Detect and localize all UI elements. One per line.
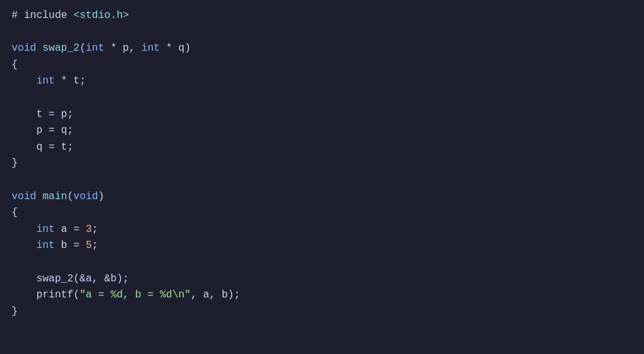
code-line: t = p; [12,107,632,123]
code-line: int * t; [12,73,632,90]
code-token: int [142,42,160,54]
code-token: ( [67,191,73,202]
code-line [12,24,632,41]
code-line: q = t; [12,139,632,156]
code-token: , a, b); [190,289,240,301]
code-line: swap_2(&a, &b); [12,271,632,288]
code-token: ; [92,240,98,251]
code-line: void swap_2(int * p, int * q) [12,40,632,57]
code-token: 3 [86,224,92,235]
code-token: } [12,306,18,317]
code-token: void [12,42,36,54]
code-token: printf( [12,289,80,301]
code-token: void [73,191,98,202]
code-token: ) [98,191,104,202]
code-token: a = [55,224,86,235]
code-token: { [12,207,18,218]
code-token: void [12,191,36,202]
code-token: swap_2(&a, &b); [12,273,129,285]
code-token [36,191,42,202]
code-line: int b = 5; [12,238,632,254]
code-token: main [42,191,67,202]
code-token: # [12,10,18,21]
code-token: } [12,157,18,169]
code-line: } [12,304,632,321]
code-token [12,224,36,235]
code-line [12,172,632,189]
code-line [12,254,632,271]
code-token: "a = %d, b = %d\n" [80,289,191,301]
code-line: p = q; [12,123,632,139]
code-token: int [36,75,55,87]
code-line: printf("a = %d, b = %d\n", a, b); [12,287,632,304]
code-token: * q) [160,42,190,54]
code-token [36,42,42,54]
code-token: int [86,42,104,54]
code-token: int [36,224,55,235]
code-editor: # include <stdio.h> void swap_2(int * p,… [12,8,632,320]
code-token: b = [55,240,86,251]
code-token: q = t; [12,141,73,153]
code-line: void main(void) [12,189,632,206]
code-line: { [12,205,632,222]
code-token [12,75,36,87]
code-token: t = p; [12,109,73,120]
code-token: ; [92,224,98,235]
code-token: * t; [55,75,86,87]
code-token [12,240,36,251]
code-token: p = q; [12,125,73,136]
code-line: # include <stdio.h> [12,8,632,24]
code-line [12,90,632,107]
code-token: 5 [86,240,92,251]
code-line: } [12,155,632,172]
code-line: int a = 3; [12,222,632,238]
code-line: { [12,57,632,74]
code-token: ( [80,42,86,54]
code-token: swap_2 [42,42,80,54]
code-token: int [36,240,55,251]
code-token: <stdio.h> [73,10,129,21]
code-token: { [12,59,18,71]
code-token: * p, [104,42,142,54]
code-token: include [18,10,73,21]
